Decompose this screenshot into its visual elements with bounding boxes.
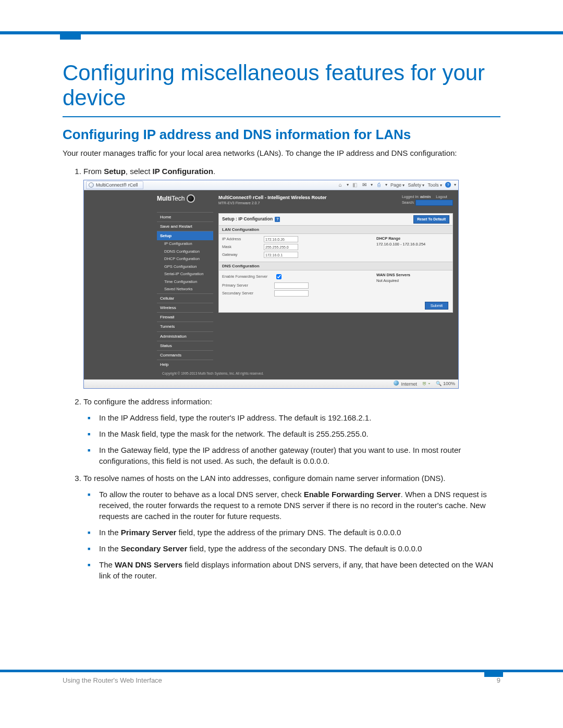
logout-link[interactable]: Logout — [436, 195, 447, 199]
submit-button[interactable]: Submit — [425, 302, 448, 310]
router-title: MultiConnect® rCell - Intelligent Wirele… — [218, 194, 327, 201]
step3-bullet-primary: In the Primary Server field, type the ad… — [99, 527, 500, 538]
nav-wireless[interactable]: Wireless — [157, 303, 213, 312]
browser-tab[interactable]: MultiConnect® rCell — [86, 181, 143, 189]
ip-address-input[interactable] — [264, 236, 298, 242]
lan-config-header: LAN Configuration — [219, 225, 452, 234]
nav-firewall[interactable]: Firewall — [157, 312, 213, 322]
nav-ddns-config[interactable]: DDNS Configuration — [157, 248, 213, 256]
step3-bullet-secondary: In the Secondary Server field, type the … — [99, 543, 500, 554]
browser-tab-bar: MultiConnect® rCell ⌂▾ ◧ ✉▾ ⎙▾ Page ▾ Sa… — [84, 180, 458, 190]
wan-dns-value: Not Acquired — [376, 278, 449, 284]
primary-server-input[interactable] — [274, 282, 309, 289]
nav-ip-config[interactable]: IP Configuration — [157, 240, 213, 248]
nav-home[interactable]: Home — [157, 212, 213, 221]
status-internet: Internet — [394, 380, 417, 388]
browser-toolbar: ⌂▾ ◧ ✉▾ ⎙▾ Page ▾ Safety ▾ Tools ▾ ?▾ — [337, 182, 456, 189]
header-accent-bar — [0, 31, 563, 34]
help-icon[interactable]: ? — [445, 182, 451, 188]
step-1: From Setup, select IP Configuration. Mul… — [83, 166, 500, 389]
page-menu[interactable]: Page ▾ — [390, 182, 405, 189]
tab-title: MultiConnect® rCell — [96, 182, 138, 189]
logged-in-label: Logged In: — [402, 195, 419, 199]
nav-help[interactable]: Help — [157, 360, 213, 369]
gateway-input[interactable] — [264, 252, 298, 258]
section-title: Configuring IP address and DNS informati… — [63, 127, 500, 143]
intro-paragraph: Your router manages traffic for your loc… — [63, 148, 500, 158]
nav-gps-config[interactable]: GPS Configuration — [157, 263, 213, 271]
panel-help-icon[interactable]: ? — [275, 217, 280, 222]
sidebar-nav: MultiTech Home Save and Restart Setup IP… — [157, 190, 213, 369]
print-icon[interactable]: ⎙ — [376, 182, 382, 188]
mask-label: Mask — [222, 244, 264, 250]
dns-config-header: DNS Configuration — [219, 262, 452, 270]
step3-bullet-forwarding: To allow the router to behave as a local… — [99, 489, 500, 522]
nav-time-config[interactable]: Time Configuration — [157, 278, 213, 286]
wan-dns-header: WAN DNS Servers — [376, 273, 449, 278]
enable-forwarding-label: Enable Forwarding Server — [222, 274, 274, 280]
step-2: To configure the address information: In… — [83, 396, 500, 466]
secondary-server-input[interactable] — [274, 290, 309, 297]
footer-chapter: Using the Router's Web Interface — [63, 676, 162, 684]
enable-forwarding-checkbox[interactable] — [276, 274, 282, 279]
primary-server-label: Primary Server — [222, 283, 274, 289]
dhcp-range-value: 172.16.0.100 - 172.16.0.254 — [376, 242, 449, 248]
gateway-label: Gateway — [222, 252, 264, 258]
step2-bullet-mask: In the Mask field, type the mask for the… — [99, 428, 500, 439]
nav-dhcp-config[interactable]: DHCP Configuration — [157, 255, 213, 263]
nav-administration[interactable]: Administration — [157, 331, 213, 341]
footer-accent-bar — [0, 670, 563, 672]
router-ui-screenshot: MultiConnect® rCell ⌂▾ ◧ ✉▾ ⎙▾ Page ▾ Sa… — [83, 180, 459, 389]
nav-cellular[interactable]: Cellular — [157, 293, 213, 303]
globe-icon — [394, 380, 399, 386]
search-label: Search: — [402, 200, 414, 204]
nav-tunnels[interactable]: Tunnels — [157, 322, 213, 331]
router-firmware: MTR-EV3 Firmware 2.0.7 — [218, 201, 327, 206]
nav-save-restart[interactable]: Save and Restart — [157, 221, 213, 231]
nav-saved-networks[interactable]: Saved Networks — [157, 286, 213, 293]
ip-config-panel: Setup : IP Configuration ? Reset To Defa… — [218, 213, 453, 313]
nav-serial-ip-config[interactable]: Serial-IP Configuration — [157, 270, 213, 278]
nav-setup[interactable]: Setup — [157, 231, 213, 240]
browser-status-bar: Internet ⛨ ▾ 🔍 100% — [84, 379, 458, 388]
logged-in-user: admin — [420, 195, 431, 199]
status-zoom[interactable]: 🔍 100% — [436, 380, 455, 387]
step3-bullet-wan: The WAN DNS Servers field displays infor… — [99, 559, 500, 581]
mask-input[interactable] — [264, 244, 298, 250]
search-input[interactable] — [415, 200, 453, 206]
logo-ball-icon — [187, 194, 195, 203]
favicon-icon — [89, 182, 94, 188]
secondary-server-label: Secondary Server — [222, 291, 274, 297]
step2-bullet-ip: In the IP Address field, type the router… — [99, 412, 500, 423]
nav-status[interactable]: Status — [157, 341, 213, 350]
step2-bullet-gateway: In the Gateway field, type the IP addres… — [99, 445, 500, 466]
panel-breadcrumb: Setup : IP Configuration — [222, 216, 273, 223]
step-3: To resolve names of hosts on the LAN int… — [83, 473, 500, 581]
home-icon[interactable]: ⌂ — [337, 182, 344, 188]
title-rule — [63, 116, 500, 117]
multitech-logo: MultiTech — [157, 194, 195, 203]
mail-icon[interactable]: ✉ — [361, 182, 368, 188]
safety-menu[interactable]: Safety ▾ — [408, 182, 424, 189]
footer-page-number: 9 — [497, 676, 500, 684]
ip-address-label: IP Address — [222, 237, 264, 242]
page-title: Configuring miscellaneous features for y… — [63, 60, 500, 111]
dhcp-range-header: DHCP Range — [376, 236, 449, 242]
router-copyright: Copyright © 1995-2013 Multi-Tech Systems… — [84, 369, 458, 379]
feed-icon[interactable]: ◧ — [352, 182, 358, 188]
status-protected-mode-icon: ⛨ ▾ — [422, 380, 431, 387]
reset-to-default-button[interactable]: Reset To Default — [413, 215, 449, 224]
nav-commands[interactable]: Commands — [157, 350, 213, 360]
tools-menu[interactable]: Tools ▾ — [427, 182, 442, 189]
